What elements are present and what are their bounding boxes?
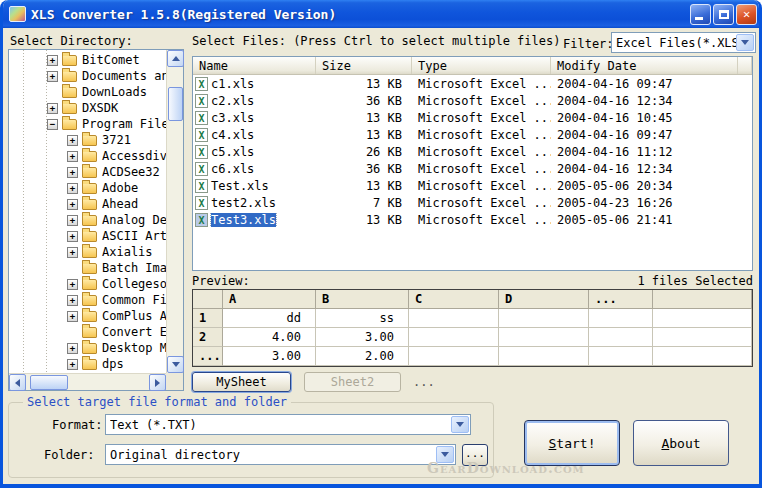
- preview-cell[interactable]: [409, 347, 499, 366]
- folder-icon: [82, 295, 97, 306]
- expand-toggle-icon[interactable]: +: [67, 151, 78, 162]
- tree-item[interactable]: +dps: [9, 356, 166, 372]
- column-header[interactable]: Name: [193, 57, 316, 74]
- close-button[interactable]: ✕: [736, 4, 757, 25]
- scroll-up-icon[interactable]: [167, 50, 184, 67]
- file-name-cell: c5.xls: [193, 145, 316, 159]
- preview-cell[interactable]: [409, 328, 499, 347]
- expand-toggle-icon[interactable]: +: [67, 311, 78, 322]
- expand-toggle-icon[interactable]: +: [67, 295, 78, 306]
- format-combo[interactable]: Text (*.TXT): [105, 414, 471, 435]
- preview-cell[interactable]: [499, 309, 589, 328]
- file-row[interactable]: c5.xls26 KBMicrosoft Excel ...2004-04-16…: [193, 143, 752, 160]
- file-size: 36 KB: [316, 94, 412, 108]
- about-button[interactable]: About: [633, 420, 729, 466]
- tree-item[interactable]: +Desktop M: [9, 340, 166, 356]
- tree-hscroll-thumb[interactable]: [30, 375, 68, 390]
- tree-item[interactable]: −Program File: [9, 116, 166, 132]
- expand-toggle-icon[interactable]: +: [47, 103, 58, 114]
- maximize-icon: [719, 10, 729, 19]
- watermark: GearDownload.com: [427, 460, 585, 476]
- expand-toggle-icon[interactable]: +: [67, 343, 78, 354]
- tree-horizontal-scrollbar[interactable]: [9, 373, 166, 390]
- file-row[interactable]: c6.xls36 KBMicrosoft Excel ...2004-04-16…: [193, 160, 752, 177]
- preview-cell[interactable]: 3.00: [316, 328, 409, 347]
- preview-cell[interactable]: 3.00: [223, 347, 316, 366]
- file-row[interactable]: c2.xls36 KBMicrosoft Excel ...2004-04-16…: [193, 92, 752, 109]
- expand-toggle-icon[interactable]: +: [47, 55, 58, 66]
- tree-item[interactable]: +Collegeso: [9, 276, 166, 292]
- tree-item[interactable]: +BitComet: [9, 52, 166, 68]
- tree-item[interactable]: +Accessdiv: [9, 148, 166, 164]
- file-type: Microsoft Excel ...: [412, 77, 551, 91]
- tree-vertical-scrollbar[interactable]: [166, 50, 183, 373]
- file-date: 2005-05-06 20:34: [551, 179, 738, 193]
- chevron-down-icon[interactable]: [451, 416, 469, 433]
- preview-cell[interactable]: [409, 309, 499, 328]
- expand-toggle-icon[interactable]: +: [67, 199, 78, 210]
- tree-item[interactable]: +DXSDK: [9, 100, 166, 116]
- expand-toggle-icon[interactable]: +: [67, 215, 78, 226]
- tree-item[interactable]: +ComPlus A: [9, 308, 166, 324]
- tree-item[interactable]: +3721: [9, 132, 166, 148]
- scroll-down-icon[interactable]: [167, 356, 184, 373]
- column-header[interactable]: Size: [316, 57, 412, 74]
- preview-cell-filler: [653, 328, 752, 347]
- maximize-button[interactable]: [713, 4, 734, 25]
- file-date: 2005-04-23 16:26: [551, 196, 738, 210]
- file-row[interactable]: c1.xls13 KBMicrosoft Excel ...2004-04-16…: [193, 75, 752, 92]
- expand-toggle-icon[interactable]: +: [67, 135, 78, 146]
- tree-item[interactable]: +Common Fi: [9, 292, 166, 308]
- expand-toggle-icon[interactable]: +: [67, 359, 78, 370]
- preview-cell[interactable]: 2.00: [316, 347, 409, 366]
- tree-item-label: DXSDK: [82, 101, 118, 115]
- file-row[interactable]: c3.xls13 KBMicrosoft Excel ...2004-04-16…: [193, 109, 752, 126]
- folder-icon: [62, 103, 77, 114]
- file-row[interactable]: Test3.xls13 KBMicrosoft Excel ...2005-05…: [193, 211, 752, 228]
- tree-item[interactable]: +Adobe: [9, 180, 166, 196]
- file-row[interactable]: c4.xls13 KBMicrosoft Excel ...2004-04-16…: [193, 126, 752, 143]
- preview-cell[interactable]: [499, 347, 589, 366]
- preview-cell[interactable]: [589, 328, 653, 347]
- expand-toggle-icon[interactable]: +: [47, 71, 58, 82]
- tree-item[interactable]: +Documents an: [9, 68, 166, 84]
- sheet-tab-mysheet[interactable]: MySheet: [192, 372, 291, 392]
- tree-item[interactable]: +ACDSee32: [9, 164, 166, 180]
- expand-toggle-icon[interactable]: +: [67, 183, 78, 194]
- folder-combo[interactable]: Original directory: [105, 444, 456, 465]
- expand-toggle-icon[interactable]: +: [67, 231, 78, 242]
- preview-cell[interactable]: dd: [223, 309, 316, 328]
- preview-cell[interactable]: [499, 328, 589, 347]
- tree-item[interactable]: Convert E: [9, 324, 166, 340]
- file-name-cell: c3.xls: [193, 111, 316, 125]
- column-header[interactable]: Modify Date: [551, 57, 738, 74]
- preview-cell[interactable]: [589, 309, 653, 328]
- expand-toggle-icon[interactable]: −: [47, 119, 58, 130]
- filter-combo[interactable]: Excel Files(*.XLS): [611, 32, 756, 53]
- tree-item[interactable]: +ASCII Art: [9, 228, 166, 244]
- tree-item[interactable]: +Ahead: [9, 196, 166, 212]
- file-row[interactable]: test2.xls7 KBMicrosoft Excel ...2005-04-…: [193, 194, 752, 211]
- preview-cell[interactable]: 4.00: [223, 328, 316, 347]
- minimize-icon: [695, 17, 703, 20]
- chevron-down-icon[interactable]: [736, 34, 754, 51]
- minimize-button[interactable]: [690, 4, 711, 25]
- scroll-right-icon[interactable]: [149, 374, 166, 391]
- expand-toggle-icon[interactable]: +: [67, 247, 78, 258]
- preview-table: ABCD...1ddss24.003.00...3.002.00: [192, 289, 753, 367]
- expand-toggle-icon[interactable]: +: [67, 279, 78, 290]
- preview-cell[interactable]: ss: [316, 309, 409, 328]
- tree-item-label: DownLoads: [82, 85, 147, 99]
- tree-item[interactable]: DownLoads: [9, 84, 166, 100]
- tree-item[interactable]: +Analog De: [9, 212, 166, 228]
- file-row[interactable]: Test.xls13 KBMicrosoft Excel ...2005-05-…: [193, 177, 752, 194]
- expand-toggle-icon[interactable]: +: [67, 167, 78, 178]
- scroll-left-icon[interactable]: [9, 374, 26, 391]
- excel-file-icon: [195, 179, 208, 193]
- tree-item[interactable]: +Axialis: [9, 244, 166, 260]
- tree-item[interactable]: Batch Ima: [9, 260, 166, 276]
- preview-cell[interactable]: [589, 347, 653, 366]
- tree-vscroll-thumb[interactable]: [168, 87, 183, 121]
- column-header[interactable]: Type: [412, 57, 551, 74]
- folder-icon: [82, 231, 97, 242]
